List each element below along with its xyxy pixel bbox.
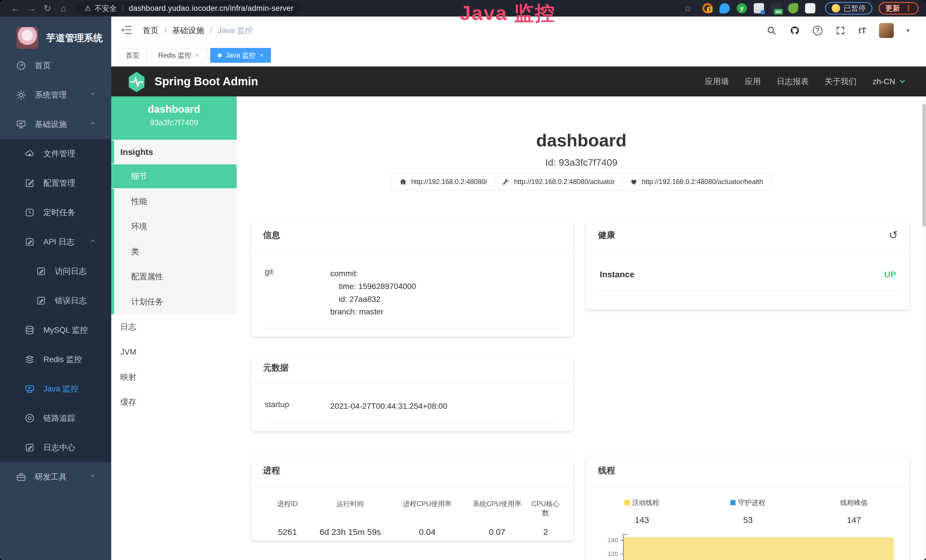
bookmark-star-icon[interactable]: ☆ bbox=[684, 3, 691, 14]
sba-nav-wallboard[interactable]: 应用墙 bbox=[705, 76, 729, 87]
security-label[interactable]: 不安全 bbox=[94, 3, 117, 14]
extension-leaf-icon[interactable] bbox=[788, 3, 798, 14]
instance-links: http://192.168.0.2:48080/ http://192.168… bbox=[237, 173, 926, 191]
sidebar-item-log-center[interactable]: 日志中心 bbox=[0, 433, 111, 462]
menu-item-environment[interactable]: 环境 bbox=[114, 214, 237, 239]
kebab-menu-icon[interactable]: ⋮ bbox=[905, 4, 912, 13]
threads-card-title: 线程 bbox=[598, 465, 615, 477]
edit-icon bbox=[24, 178, 35, 188]
extension-y-icon[interactable]: y bbox=[737, 3, 747, 14]
menu-item-metrics[interactable]: 性能 bbox=[114, 189, 237, 214]
navbar-actions: ? tT ▾ bbox=[766, 23, 926, 38]
search-icon[interactable] bbox=[766, 25, 777, 36]
sidebar-item-infra[interactable]: 基础设施 bbox=[0, 109, 111, 139]
sidebar-item-java-monitor[interactable]: Java 监控 bbox=[0, 374, 111, 403]
help-icon[interactable]: ? bbox=[813, 26, 823, 35]
instance-header[interactable]: dashboard 93a3fc7f7409 bbox=[111, 97, 237, 140]
history-icon[interactable]: ↺ bbox=[889, 229, 898, 241]
sidebar-item-system[interactable]: 系统管理 bbox=[0, 80, 111, 109]
extension-switch-icon[interactable]: on bbox=[771, 3, 781, 14]
scrollbar-thumb[interactable] bbox=[923, 104, 926, 227]
back-button[interactable]: ← bbox=[8, 3, 23, 14]
github-icon[interactable] bbox=[790, 25, 800, 36]
menu-item-mappings[interactable]: 映射 bbox=[111, 365, 237, 390]
app-logo-image bbox=[17, 27, 38, 49]
user-avatar[interactable] bbox=[879, 23, 894, 38]
sidebar-item-tracing[interactable]: 链路追踪 bbox=[0, 403, 111, 433]
process-card-title: 进程 bbox=[263, 465, 280, 477]
scrollbar[interactable] bbox=[922, 97, 926, 560]
instance-content: dashboard Id: 93a3fc7f7409 http://192.16… bbox=[237, 97, 926, 560]
infra-submenu: 文件管理 配置管理 定时任务 API 日志 bbox=[0, 139, 111, 462]
tab-label: 首页 bbox=[126, 51, 139, 60]
url-text[interactable]: dashboard.yudao.iocoder.cn/infra/admin-s… bbox=[129, 4, 294, 13]
info-card: 信息 git commit: time: 1596289704000 id: 2… bbox=[251, 221, 573, 337]
sba-nav-applications[interactable]: 应用 bbox=[745, 76, 761, 87]
spring-boot-admin-header: Spring Boot Admin 应用墙 应用 日志报表 关于我们 zh-CN bbox=[111, 67, 926, 97]
menu-item-caches[interactable]: 缓存 bbox=[111, 390, 237, 415]
extension-on-badge: on bbox=[774, 9, 783, 15]
extension-icon[interactable]: 1 bbox=[702, 3, 713, 14]
breadcrumb-home[interactable]: 首页 bbox=[142, 25, 159, 36]
paused-badge[interactable]: 已暂停 bbox=[825, 2, 872, 15]
col-process-cpu: 进程CPU使用率 bbox=[390, 499, 464, 527]
sidebar-item-jobs[interactable]: 定时任务 bbox=[0, 198, 111, 227]
home-button[interactable]: ⌂ bbox=[55, 3, 71, 14]
sidebar-item-config[interactable]: 配置管理 bbox=[0, 168, 111, 198]
sba-nav: 应用墙 应用 日志报表 关于我们 zh-CN bbox=[705, 76, 926, 87]
sba-nav-about[interactable]: 关于我们 bbox=[825, 76, 857, 87]
extension-pin-icon[interactable] bbox=[720, 3, 730, 14]
extensions-puzzle-icon[interactable] bbox=[805, 3, 816, 14]
actuator-url-button[interactable]: http://192.168.0.2:48080/actuator bbox=[495, 173, 623, 191]
wrench-icon bbox=[502, 178, 510, 186]
sidebar-item-redis[interactable]: Redis 监控 bbox=[0, 345, 111, 374]
sidebar-item-dev-tools[interactable]: 研发工具 bbox=[0, 462, 111, 492]
sidebar-item-label: API 日志 bbox=[43, 236, 74, 247]
page-title: dashboard bbox=[237, 130, 926, 150]
tick-mark bbox=[620, 540, 623, 540]
sidebar-item-access-log[interactable]: 访问日志 bbox=[0, 256, 111, 286]
menu-item-config-props[interactable]: 配置属性 bbox=[114, 264, 237, 289]
menu-item-details[interactable]: 细节 bbox=[111, 164, 237, 189]
sidebar-item-api-log[interactable]: API 日志 bbox=[0, 227, 111, 256]
health-card-title: 健康 bbox=[598, 229, 615, 241]
sidebar-item-mysql[interactable]: MySQL 监控 bbox=[0, 315, 111, 345]
menu-item-classes[interactable]: 类 bbox=[114, 239, 237, 264]
locale-selector[interactable]: zh-CN bbox=[873, 77, 906, 86]
service-url-button[interactable]: http://192.168.0.2:48080/ bbox=[392, 173, 495, 191]
log-edit-icon bbox=[24, 237, 35, 247]
tag-view-bar: 首页 Redis 监控 × Java 监控 × bbox=[111, 44, 926, 67]
close-icon[interactable]: × bbox=[260, 51, 263, 59]
sba-nav-journal[interactable]: 日志报表 bbox=[777, 76, 809, 87]
git-time-line: time: 1596289704000 bbox=[330, 280, 416, 293]
breadcrumb-infra: 基础设施 bbox=[172, 25, 204, 36]
avatar-caret-icon[interactable]: ▾ bbox=[906, 27, 909, 34]
sidebar-item-error-log[interactable]: 错误日志 bbox=[0, 286, 111, 315]
tab-home[interactable]: 首页 bbox=[118, 48, 147, 63]
tab-redis-monitor[interactable]: Redis 监控 × bbox=[151, 48, 207, 63]
address-bar[interactable]: ⚠ 不安全 dashboard.yudao.iocoder.cn/infra/a… bbox=[76, 2, 302, 15]
app-logo-row[interactable]: 芋道管理系统 bbox=[0, 17, 111, 54]
threads-card: 线程 活动线程 143 守护进程 53 bbox=[586, 456, 910, 560]
monitor-icon bbox=[16, 119, 26, 130]
health-url-button[interactable]: http://192.168.0.2:48080/actuator/health bbox=[622, 173, 771, 191]
update-button[interactable]: 更新 ⋮ bbox=[879, 2, 918, 15]
git-branch-line: branch: master bbox=[330, 306, 416, 318]
reload-button[interactable]: ↻ bbox=[39, 3, 55, 14]
timer-icon bbox=[24, 207, 35, 218]
menu-item-logs[interactable]: 日志 bbox=[111, 314, 237, 339]
menu-item-scheduled-tasks[interactable]: 计划任务 bbox=[114, 289, 237, 314]
sidebar-item-home[interactable]: 首页 bbox=[0, 51, 111, 80]
close-icon[interactable]: × bbox=[195, 51, 199, 59]
extension-grid-icon[interactable] bbox=[754, 3, 764, 14]
tab-java-monitor[interactable]: Java 监控 × bbox=[210, 48, 271, 63]
forward-button[interactable]: → bbox=[23, 3, 39, 14]
sidebar-fold-icon[interactable] bbox=[121, 25, 132, 36]
legend-live-value: 143 bbox=[589, 515, 695, 525]
menu-item-jvm[interactable]: JVM bbox=[111, 339, 237, 365]
font-size-icon[interactable]: tT bbox=[858, 26, 866, 35]
sidebar-item-label: 系统管理 bbox=[35, 89, 67, 100]
fullscreen-icon[interactable] bbox=[835, 25, 846, 36]
sidebar-item-files[interactable]: 文件管理 bbox=[0, 139, 111, 168]
metadata-startup-row: startup 2021-04-27T00:44:31.254+08:00 bbox=[265, 392, 560, 423]
